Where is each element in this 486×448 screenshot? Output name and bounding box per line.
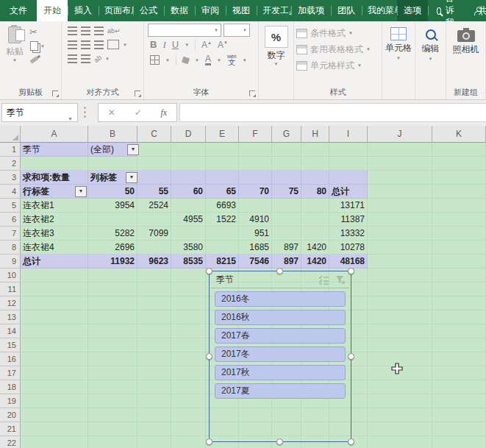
cell-C16[interactable] bbox=[137, 352, 171, 366]
cell-A13[interactable] bbox=[21, 310, 88, 324]
cell-K14[interactable] bbox=[432, 324, 486, 338]
format-as-table-button[interactable]: 套用表格格式▼ bbox=[296, 41, 382, 57]
cell-K22[interactable] bbox=[432, 436, 486, 448]
slicer-item-2017夏[interactable]: 2017夏 bbox=[215, 383, 346, 399]
cell-B7[interactable]: 5282 bbox=[88, 227, 137, 241]
slicer-item-2017春[interactable]: 2017春 bbox=[215, 328, 346, 344]
cell-E6[interactable]: 1522 bbox=[206, 213, 239, 227]
alignment-dialog-launcher-icon[interactable] bbox=[135, 90, 140, 96]
column-header-F[interactable]: F bbox=[239, 126, 272, 143]
cell-K6[interactable] bbox=[432, 213, 486, 227]
column-header-A[interactable]: A bbox=[21, 126, 88, 143]
phonetic-guide-button[interactable]: wén 文 bbox=[227, 54, 237, 66]
tab-插入[interactable]: 插入 bbox=[68, 0, 99, 21]
conditional-formatting-button[interactable]: 条件格式▼ bbox=[296, 25, 382, 41]
cell-K5[interactable] bbox=[432, 199, 486, 213]
cell-K12[interactable] bbox=[432, 296, 486, 310]
cell-K4[interactable] bbox=[432, 185, 486, 199]
cell-D4[interactable]: 60 bbox=[171, 185, 206, 199]
cell-J10[interactable] bbox=[368, 269, 432, 282]
column-label-dropdown-icon[interactable]: ▼ bbox=[126, 172, 137, 183]
cell-A5[interactable]: 连衣裙1 bbox=[21, 199, 88, 213]
row-header-6[interactable]: 6 bbox=[0, 213, 21, 227]
font-dialog-launcher-icon[interactable] bbox=[249, 90, 255, 96]
cell-H5[interactable] bbox=[301, 199, 329, 213]
column-header-B[interactable]: B bbox=[88, 126, 137, 143]
cell-J9[interactable] bbox=[368, 255, 432, 269]
cell-B15[interactable] bbox=[88, 338, 137, 352]
column-header-E[interactable]: E bbox=[206, 126, 239, 143]
cell-G1[interactable] bbox=[272, 143, 301, 157]
cell-A18[interactable] bbox=[21, 380, 88, 394]
tab-加载项[interactable]: 加载项 bbox=[291, 0, 331, 21]
cell-H2[interactable] bbox=[301, 157, 329, 171]
cell-K9[interactable] bbox=[432, 255, 486, 269]
cell-F8[interactable]: 1685 bbox=[239, 241, 272, 255]
cell-K8[interactable] bbox=[432, 241, 486, 255]
cell-B13[interactable] bbox=[88, 310, 137, 324]
cell-D1[interactable] bbox=[171, 143, 206, 157]
cell-K3[interactable] bbox=[432, 171, 486, 185]
cell-F9[interactable]: 7546 bbox=[239, 255, 272, 269]
cell-A1[interactable]: 季节 bbox=[21, 143, 88, 157]
align-right-icon[interactable] bbox=[94, 40, 104, 49]
cell-B10[interactable] bbox=[88, 269, 137, 282]
cell-H8[interactable]: 1420 bbox=[301, 241, 329, 255]
cell-B4[interactable]: 50 bbox=[88, 185, 137, 199]
cell-K16[interactable] bbox=[432, 352, 486, 366]
cell-J12[interactable] bbox=[368, 296, 432, 310]
cell-K21[interactable] bbox=[432, 422, 486, 436]
cell-A14[interactable] bbox=[21, 324, 88, 338]
cell-I1[interactable] bbox=[329, 143, 368, 157]
cell-G4[interactable]: 75 bbox=[272, 185, 301, 199]
cell-D16[interactable] bbox=[171, 352, 206, 366]
slicer-handle-bottom-middle[interactable] bbox=[276, 438, 283, 445]
cell-C18[interactable] bbox=[137, 380, 171, 394]
cell-I4[interactable]: 总计 bbox=[329, 185, 368, 199]
align-bottom-icon[interactable] bbox=[94, 26, 104, 35]
cell-H9[interactable]: 1420 bbox=[301, 255, 329, 269]
cell-E4[interactable]: 65 bbox=[206, 185, 239, 199]
cell-E3[interactable] bbox=[206, 171, 239, 185]
cell-J6[interactable] bbox=[368, 213, 432, 227]
format-painter-icon[interactable] bbox=[30, 56, 39, 63]
font-color-button[interactable]: A bbox=[205, 55, 211, 65]
cell-B11[interactable] bbox=[88, 282, 137, 296]
cell-C15[interactable] bbox=[137, 338, 171, 352]
cell-B5[interactable]: 3954 bbox=[88, 199, 137, 213]
cell-J8[interactable] bbox=[368, 241, 432, 255]
cell-J3[interactable] bbox=[368, 171, 432, 185]
cell-A17[interactable] bbox=[21, 366, 88, 380]
cell-A6[interactable]: 连衣裙2 bbox=[21, 213, 88, 227]
cell-J4[interactable] bbox=[368, 185, 432, 199]
tab-视图[interactable]: 视图 bbox=[226, 0, 257, 21]
cell-F1[interactable] bbox=[239, 143, 272, 157]
cell-A15[interactable] bbox=[21, 338, 88, 352]
cell-J5[interactable] bbox=[368, 199, 432, 213]
cell-G7[interactable] bbox=[272, 227, 301, 241]
cell-C17[interactable] bbox=[137, 366, 171, 380]
slicer-handle-top-right[interactable] bbox=[348, 268, 354, 274]
cell-C10[interactable] bbox=[137, 269, 171, 282]
slicer-handle-middle-left[interactable] bbox=[206, 353, 212, 360]
cell-F5[interactable] bbox=[239, 199, 272, 213]
decrease-indent-icon[interactable] bbox=[68, 54, 77, 63]
slicer-item-2016冬[interactable]: 2016冬 bbox=[215, 291, 346, 307]
row-header-16[interactable]: 16 bbox=[0, 352, 21, 366]
cell-F6[interactable]: 4910 bbox=[239, 213, 272, 227]
cell-D14[interactable] bbox=[171, 324, 206, 338]
row-header-1[interactable]: 1 bbox=[0, 143, 21, 157]
cell-I3[interactable] bbox=[329, 171, 368, 185]
cell-G3[interactable] bbox=[272, 171, 301, 185]
cells-button[interactable]: 单元格 ▼ bbox=[382, 24, 415, 60]
cell-D20[interactable] bbox=[171, 408, 206, 422]
cell-H7[interactable] bbox=[301, 227, 329, 241]
column-header-I[interactable]: I bbox=[329, 126, 368, 143]
tab-开发工具[interactable]: 开发工具 bbox=[257, 0, 291, 21]
cell-A11[interactable] bbox=[21, 282, 88, 296]
tab-文件[interactable]: 文件 bbox=[0, 0, 37, 21]
cell-B17[interactable] bbox=[88, 366, 137, 380]
clipboard-dialog-launcher-icon[interactable] bbox=[52, 90, 58, 96]
cell-K17[interactable] bbox=[432, 366, 486, 380]
cell-B8[interactable]: 2696 bbox=[88, 241, 137, 255]
